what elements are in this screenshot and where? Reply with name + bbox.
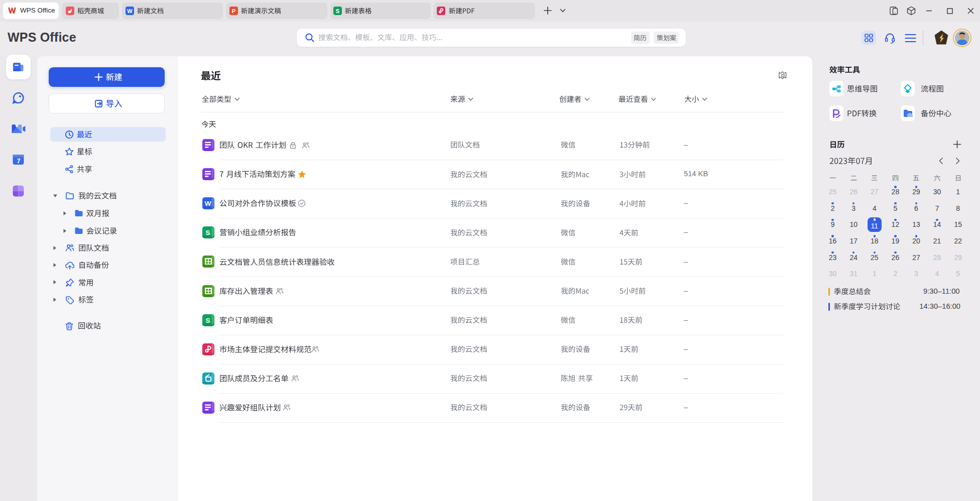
svg-text:S: S: [205, 229, 210, 236]
svg-text:P: P: [232, 8, 235, 14]
svg-text:W: W: [205, 200, 211, 207]
svg-text:W: W: [127, 8, 133, 14]
svg-text:7: 7: [17, 157, 20, 165]
svg-text:S: S: [336, 8, 339, 14]
svg-text:S: S: [205, 317, 210, 324]
